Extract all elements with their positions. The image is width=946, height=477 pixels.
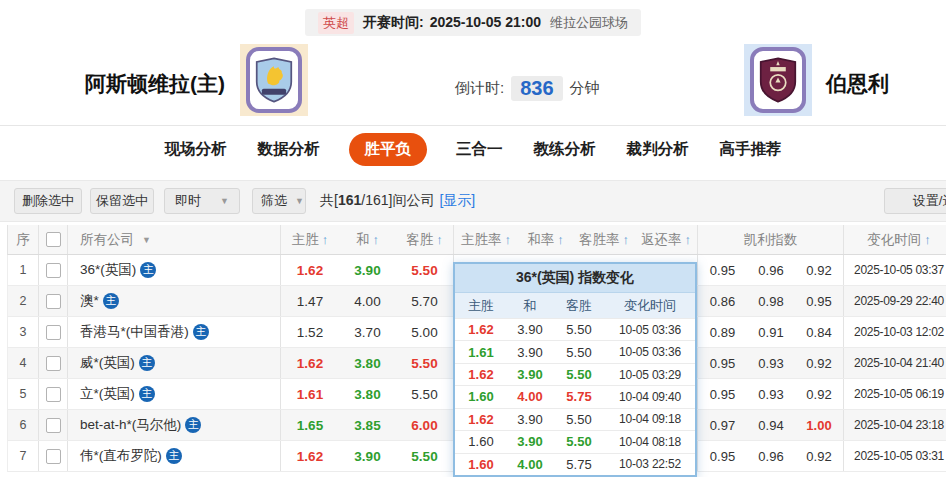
header-home-win[interactable]: 主胜↑	[281, 225, 339, 254]
company-name[interactable]: bet-at-h*(马尔他)	[80, 416, 181, 434]
main-company-badge-icon: 主	[193, 324, 209, 340]
odds-draw[interactable]: 3.85	[339, 410, 396, 440]
row-checkbox[interactable]	[46, 449, 61, 464]
league-badge[interactable]: 英超	[318, 12, 354, 34]
away-team-name: 伯恩利	[826, 70, 889, 98]
tab-expert-picks[interactable]: 高手推荐	[718, 134, 784, 165]
select-all-checkbox[interactable]	[46, 232, 61, 247]
header-home-rate[interactable]: 主胜率↑	[454, 225, 518, 254]
odds-home[interactable]: 1.62	[281, 255, 339, 285]
company-name[interactable]: 立*(英国)	[80, 385, 135, 403]
header-change-time[interactable]: 变化时间↑	[844, 225, 946, 254]
main-company-badge-icon: 主	[166, 448, 182, 464]
header-away-win[interactable]: 客胜↑	[396, 225, 454, 254]
popup-change-time: 10-04 09:18	[605, 412, 695, 426]
away-logo-frame	[750, 47, 806, 113]
kelly-away: 0.92	[795, 348, 844, 378]
odds-home[interactable]: 1.47	[281, 286, 339, 316]
popup-header-away: 客胜	[553, 297, 605, 315]
odds-draw[interactable]: 3.90	[339, 441, 396, 471]
odds-draw[interactable]: 3.70	[339, 317, 396, 347]
burnley-crest-icon	[759, 57, 797, 103]
header-draw[interactable]: 和↑	[339, 225, 396, 254]
popup-row: 1.603.905.5010-04 08:18	[455, 430, 695, 452]
company-cell: 澳*主	[68, 286, 281, 316]
sort-asc-icon: ↑	[623, 232, 630, 247]
change-time: 2025-10-05 03:31	[844, 441, 946, 471]
row-checkbox-cell	[39, 410, 68, 440]
sort-asc-icon: ↑	[373, 232, 380, 247]
row-checkbox[interactable]	[46, 387, 61, 402]
popup-odds-away: 5.50	[553, 434, 605, 449]
odds-away[interactable]: 5.50	[396, 348, 454, 378]
popup-odds-draw: 3.90	[507, 345, 553, 360]
company-name[interactable]: 香港马*(中国香港)	[80, 323, 189, 341]
popup-row: 1.604.005.7510-03 22:52	[455, 453, 695, 475]
kelly-draw: 0.96	[747, 441, 795, 471]
row-checkbox-cell	[39, 379, 68, 409]
odds-draw[interactable]: 3.90	[339, 255, 396, 285]
popup-odds-draw: 3.90	[507, 412, 553, 427]
odds-away[interactable]: 5.00	[396, 317, 454, 347]
filter-dropdown[interactable]: 筛选 ▼	[252, 188, 306, 214]
kelly-draw: 0.94	[747, 410, 795, 440]
row-number: 3	[8, 317, 39, 347]
toolbar: 删除选中 保留选中 即时 ▼ 筛选 ▼ 共[161/161]间公司[显示] 设置…	[0, 180, 946, 222]
row-checkbox[interactable]	[46, 418, 61, 433]
popup-row: 1.613.905.5010-05 03:36	[455, 340, 695, 362]
header-index: 序	[8, 225, 39, 254]
company-name[interactable]: 威*(英国)	[80, 354, 135, 372]
kickoff-label: 开赛时间:	[363, 14, 424, 32]
odds-away[interactable]: 5.50	[396, 255, 454, 285]
delete-selected-button[interactable]: 删除选中	[14, 188, 82, 214]
sort-asc-icon: ↑	[322, 232, 329, 247]
odds-home[interactable]: 1.62	[281, 441, 339, 471]
header-return-rate[interactable]: 返还率↑	[635, 225, 698, 254]
venue: 维拉公园球场	[550, 14, 628, 32]
odds-home[interactable]: 1.52	[281, 317, 339, 347]
odds-draw[interactable]: 3.80	[339, 379, 396, 409]
odds-home[interactable]: 1.62	[281, 348, 339, 378]
settings-button[interactable]: 设置/选	[884, 188, 946, 214]
instant-dropdown-label: 即时	[175, 192, 201, 210]
company-name[interactable]: 澳*	[80, 292, 99, 310]
odds-away[interactable]: 5.70	[396, 286, 454, 316]
kickoff-time: 开赛时间: 2025-10-05 21:00	[363, 14, 541, 32]
row-checkbox[interactable]	[46, 294, 61, 309]
show-link[interactable]: [显示]	[439, 192, 475, 208]
odds-home[interactable]: 1.65	[281, 410, 339, 440]
row-checkbox[interactable]	[46, 263, 61, 278]
kelly-away: 0.92	[795, 255, 844, 285]
header-company[interactable]: 所有公司▼	[68, 225, 281, 254]
popup-change-time: 10-03 22:52	[605, 457, 695, 471]
odds-home[interactable]: 1.61	[281, 379, 339, 409]
kelly-away: 0.92	[795, 441, 844, 471]
kelly-away: 0.92	[795, 379, 844, 409]
odds-away[interactable]: 6.00	[396, 410, 454, 440]
row-checkbox-cell	[39, 441, 68, 471]
tab-referee-analysis[interactable]: 裁判分析	[625, 134, 691, 165]
company-name[interactable]: 36*(英国)	[80, 261, 136, 279]
tab-coach-analysis[interactable]: 教练分析	[532, 134, 598, 165]
odds-away[interactable]: 5.50	[396, 441, 454, 471]
instant-dropdown[interactable]: 即时 ▼	[164, 188, 240, 214]
row-number: 6	[8, 410, 39, 440]
tab-win-draw-lose[interactable]: 胜平负	[349, 133, 428, 166]
row-checkbox[interactable]	[46, 325, 61, 340]
popup-header-time: 变化时间	[605, 297, 695, 315]
odds-draw[interactable]: 3.80	[339, 348, 396, 378]
odds-draw[interactable]: 4.00	[339, 286, 396, 316]
header-away-rate[interactable]: 客胜率↑	[573, 225, 635, 254]
home-logo-frame	[246, 47, 302, 113]
row-checkbox-cell	[39, 255, 68, 285]
keep-selected-button[interactable]: 保留选中	[90, 188, 154, 214]
row-checkbox[interactable]	[46, 356, 61, 371]
tab-three-in-one[interactable]: 三合一	[454, 134, 505, 165]
tab-live-analysis[interactable]: 现场分析	[163, 134, 229, 165]
tab-data-analysis[interactable]: 数据分析	[256, 134, 322, 165]
header-draw-rate[interactable]: 和率↑	[518, 225, 573, 254]
kelly-home: 0.95	[698, 379, 747, 409]
company-name[interactable]: 伟*(直布罗陀)	[80, 447, 162, 465]
odds-away[interactable]: 5.50	[396, 379, 454, 409]
popup-change-time: 10-05 03:36	[605, 345, 695, 359]
